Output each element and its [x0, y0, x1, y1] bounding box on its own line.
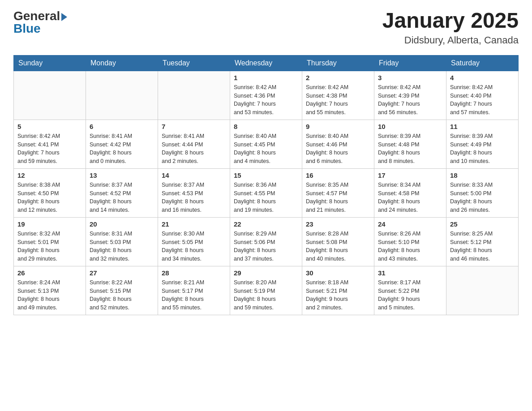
- day-info: Sunrise: 8:40 AM Sunset: 4:46 PM Dayligh…: [306, 132, 370, 166]
- day-info: Sunrise: 8:29 AM Sunset: 5:06 PM Dayligh…: [234, 230, 298, 263]
- day-number: 18: [450, 171, 515, 179]
- calendar-cell: 6Sunrise: 8:41 AM Sunset: 4:42 PM Daylig…: [86, 120, 158, 168]
- calendar-week-row: 1Sunrise: 8:42 AM Sunset: 4:36 PM Daylig…: [14, 71, 519, 120]
- day-info: Sunrise: 8:35 AM Sunset: 4:57 PM Dayligh…: [306, 181, 370, 214]
- calendar-day-header: Wednesday: [230, 55, 302, 71]
- day-number: 7: [162, 123, 226, 130]
- calendar-header-row: SundayMondayTuesdayWednesdayThursdayFrid…: [14, 55, 519, 71]
- page-header: General Blue January 2025 Didsbury, Albe…: [13, 9, 519, 46]
- calendar-cell: 23Sunrise: 8:28 AM Sunset: 5:08 PM Dayli…: [302, 217, 374, 266]
- calendar-cell: 9Sunrise: 8:40 AM Sunset: 4:46 PM Daylig…: [302, 120, 374, 168]
- calendar-cell: 2Sunrise: 8:42 AM Sunset: 4:38 PM Daylig…: [302, 71, 374, 120]
- day-info: Sunrise: 8:17 AM Sunset: 5:22 PM Dayligh…: [378, 278, 442, 312]
- calendar-cell: 5Sunrise: 8:42 AM Sunset: 4:41 PM Daylig…: [14, 120, 86, 168]
- day-info: Sunrise: 8:41 AM Sunset: 4:44 PM Dayligh…: [162, 132, 226, 166]
- day-number: 4: [450, 74, 515, 81]
- calendar-cell: 26Sunrise: 8:24 AM Sunset: 5:13 PM Dayli…: [14, 266, 86, 315]
- calendar-cell: 25Sunrise: 8:25 AM Sunset: 5:12 PM Dayli…: [446, 217, 519, 266]
- day-info: Sunrise: 8:42 AM Sunset: 4:36 PM Dayligh…: [234, 83, 298, 117]
- day-info: Sunrise: 8:22 AM Sunset: 5:15 PM Dayligh…: [90, 278, 154, 312]
- day-info: Sunrise: 8:25 AM Sunset: 5:12 PM Dayligh…: [450, 230, 515, 263]
- calendar-cell: 24Sunrise: 8:26 AM Sunset: 5:10 PM Dayli…: [374, 217, 446, 266]
- calendar-cell: 16Sunrise: 8:35 AM Sunset: 4:57 PM Dayli…: [302, 168, 374, 217]
- calendar-cell: 18Sunrise: 8:33 AM Sunset: 5:00 PM Dayli…: [446, 168, 519, 217]
- calendar-cell: 22Sunrise: 8:29 AM Sunset: 5:06 PM Dayli…: [230, 217, 302, 266]
- day-info: Sunrise: 8:39 AM Sunset: 4:49 PM Dayligh…: [450, 132, 515, 166]
- day-number: 8: [234, 123, 298, 130]
- calendar-cell: 4Sunrise: 8:42 AM Sunset: 4:40 PM Daylig…: [446, 71, 519, 120]
- day-info: Sunrise: 8:37 AM Sunset: 4:53 PM Dayligh…: [162, 181, 226, 214]
- calendar-cell: 14Sunrise: 8:37 AM Sunset: 4:53 PM Dayli…: [158, 168, 230, 217]
- day-number: 6: [90, 123, 154, 130]
- day-number: 24: [378, 220, 442, 228]
- day-number: 12: [17, 171, 82, 179]
- calendar-cell: 1Sunrise: 8:42 AM Sunset: 4:36 PM Daylig…: [230, 71, 302, 120]
- calendar-cell: 19Sunrise: 8:32 AM Sunset: 5:01 PM Dayli…: [14, 217, 86, 266]
- day-info: Sunrise: 8:26 AM Sunset: 5:10 PM Dayligh…: [378, 230, 442, 263]
- day-number: 17: [378, 171, 442, 179]
- day-number: 20: [90, 220, 154, 228]
- day-info: Sunrise: 8:42 AM Sunset: 4:39 PM Dayligh…: [378, 83, 442, 117]
- day-number: 5: [17, 123, 82, 130]
- day-info: Sunrise: 8:21 AM Sunset: 5:17 PM Dayligh…: [162, 278, 226, 312]
- day-info: Sunrise: 8:37 AM Sunset: 4:52 PM Dayligh…: [90, 181, 154, 214]
- day-info: Sunrise: 8:42 AM Sunset: 4:40 PM Dayligh…: [450, 83, 515, 117]
- day-number: 3: [378, 74, 442, 81]
- calendar-cell: [158, 71, 230, 120]
- day-number: 21: [162, 220, 226, 228]
- day-info: Sunrise: 8:31 AM Sunset: 5:03 PM Dayligh…: [90, 230, 154, 263]
- day-info: Sunrise: 8:28 AM Sunset: 5:08 PM Dayligh…: [306, 230, 370, 263]
- day-number: 29: [234, 269, 298, 277]
- calendar-cell: 15Sunrise: 8:36 AM Sunset: 4:55 PM Dayli…: [230, 168, 302, 217]
- day-number: 9: [306, 123, 370, 130]
- day-number: 15: [234, 171, 298, 179]
- calendar-day-header: Tuesday: [158, 55, 230, 71]
- day-info: Sunrise: 8:18 AM Sunset: 5:21 PM Dayligh…: [306, 278, 370, 312]
- day-info: Sunrise: 8:36 AM Sunset: 4:55 PM Dayligh…: [234, 181, 298, 214]
- day-info: Sunrise: 8:38 AM Sunset: 4:50 PM Dayligh…: [17, 181, 82, 214]
- calendar-cell: 7Sunrise: 8:41 AM Sunset: 4:44 PM Daylig…: [158, 120, 230, 168]
- calendar-cell: 30Sunrise: 8:18 AM Sunset: 5:21 PM Dayli…: [302, 266, 374, 315]
- calendar-cell: 3Sunrise: 8:42 AM Sunset: 4:39 PM Daylig…: [374, 71, 446, 120]
- day-number: 23: [306, 220, 370, 228]
- calendar-day-header: Thursday: [302, 55, 374, 71]
- day-info: Sunrise: 8:42 AM Sunset: 4:38 PM Dayligh…: [306, 83, 370, 117]
- day-number: 11: [450, 123, 515, 130]
- day-number: 13: [90, 171, 154, 179]
- calendar-day-header: Saturday: [446, 55, 519, 71]
- day-number: 28: [162, 269, 226, 277]
- calendar-cell: [14, 71, 86, 120]
- calendar-cell: 28Sunrise: 8:21 AM Sunset: 5:17 PM Dayli…: [158, 266, 230, 315]
- calendar-day-header: Friday: [374, 55, 446, 71]
- day-info: Sunrise: 8:42 AM Sunset: 4:41 PM Dayligh…: [17, 132, 82, 166]
- day-number: 10: [378, 123, 442, 130]
- calendar-cell: 31Sunrise: 8:17 AM Sunset: 5:22 PM Dayli…: [374, 266, 446, 315]
- day-number: 27: [90, 269, 154, 277]
- logo: General Blue: [13, 9, 67, 36]
- day-info: Sunrise: 8:39 AM Sunset: 4:48 PM Dayligh…: [378, 132, 442, 166]
- day-number: 2: [306, 74, 370, 81]
- day-info: Sunrise: 8:32 AM Sunset: 5:01 PM Dayligh…: [17, 230, 82, 263]
- calendar-cell: [86, 71, 158, 120]
- calendar-week-row: 12Sunrise: 8:38 AM Sunset: 4:50 PM Dayli…: [14, 168, 519, 217]
- calendar-day-header: Monday: [86, 55, 158, 71]
- day-info: Sunrise: 8:40 AM Sunset: 4:45 PM Dayligh…: [234, 132, 298, 166]
- logo-triangle-icon: [61, 13, 67, 21]
- day-number: 16: [306, 171, 370, 179]
- calendar-cell: 12Sunrise: 8:38 AM Sunset: 4:50 PM Dayli…: [14, 168, 86, 217]
- calendar-week-row: 19Sunrise: 8:32 AM Sunset: 5:01 PM Dayli…: [14, 217, 519, 266]
- day-number: 31: [378, 269, 442, 277]
- calendar-cell: 13Sunrise: 8:37 AM Sunset: 4:52 PM Dayli…: [86, 168, 158, 217]
- calendar-cell: 20Sunrise: 8:31 AM Sunset: 5:03 PM Dayli…: [86, 217, 158, 266]
- calendar-cell: 10Sunrise: 8:39 AM Sunset: 4:48 PM Dayli…: [374, 120, 446, 168]
- day-number: 25: [450, 220, 515, 228]
- calendar-week-row: 26Sunrise: 8:24 AM Sunset: 5:13 PM Dayli…: [14, 266, 519, 315]
- day-number: 22: [234, 220, 298, 228]
- calendar-cell: [446, 266, 519, 315]
- month-title: January 2025: [382, 9, 519, 33]
- calendar-cell: 27Sunrise: 8:22 AM Sunset: 5:15 PM Dayli…: [86, 266, 158, 315]
- day-number: 1: [234, 74, 298, 81]
- calendar-week-row: 5Sunrise: 8:42 AM Sunset: 4:41 PM Daylig…: [14, 120, 519, 168]
- location-title: Didsbury, Alberta, Canada: [382, 34, 519, 46]
- day-info: Sunrise: 8:41 AM Sunset: 4:42 PM Dayligh…: [90, 132, 154, 166]
